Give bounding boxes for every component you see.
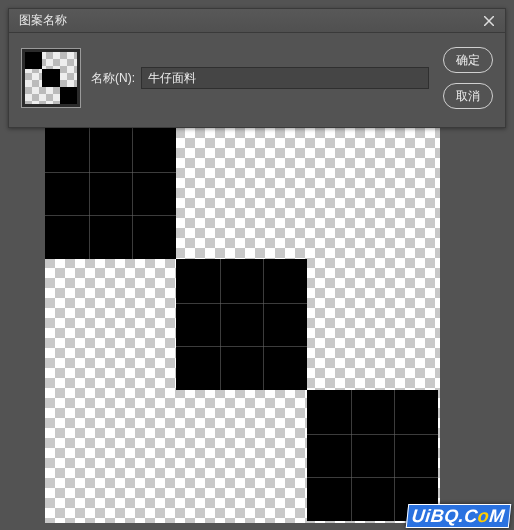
- cancel-button[interactable]: 取消: [443, 83, 493, 109]
- pattern-block: [45, 128, 176, 259]
- dialog-titlebar: 图案名称: [9, 9, 505, 33]
- pattern-block: [307, 390, 438, 521]
- dialog-title: 图案名称: [19, 12, 479, 29]
- pattern-name-input[interactable]: [141, 67, 429, 89]
- pattern-name-dialog: 图案名称 名称(N): 确定 取消: [8, 8, 506, 128]
- pattern-thumbnail: [21, 48, 81, 108]
- pattern-block: [176, 259, 307, 390]
- close-button[interactable]: [479, 11, 499, 31]
- watermark: UiBQ.CoM: [406, 504, 512, 528]
- close-icon: [484, 16, 494, 26]
- name-label: 名称(N):: [91, 70, 135, 87]
- ok-button[interactable]: 确定: [443, 47, 493, 73]
- pattern-canvas: [45, 128, 440, 523]
